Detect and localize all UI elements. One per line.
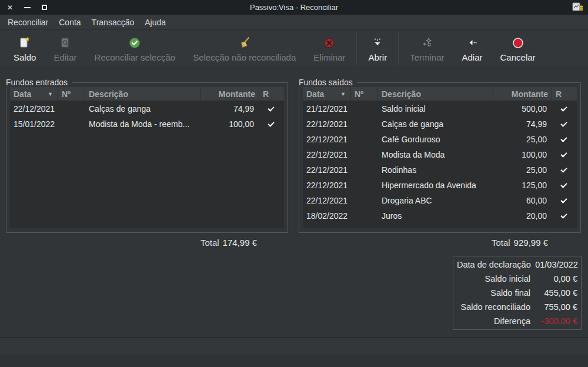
date-cell: 22/12/2021: [303, 150, 351, 159]
desc-cell: Rodinhas: [378, 165, 493, 175]
starting-balance-row: Saldo inicial 0,00 €: [457, 272, 577, 286]
statement-date-value: 01/03/2022: [532, 258, 578, 272]
table-row[interactable]: 22/12/2021 Calças de ganga 74,99: [10, 101, 284, 116]
table-row[interactable]: 15/01/2022 Modista da Moda - reemb... 10…: [10, 116, 284, 132]
ending-balance-value: 455,00 €: [532, 286, 577, 300]
maximize-window-icon[interactable]: [40, 4, 48, 12]
funds-out-table: Data▼ Nº Descrição Montante R 21/12/2021…: [303, 87, 577, 228]
desc-cell: Modista da Moda - reemb...: [85, 119, 201, 129]
date-cell: 22/12/2021: [10, 104, 58, 114]
reconciled-balance-label: Saldo reconciliado: [457, 300, 530, 314]
date-cell: 15/01/2022: [10, 119, 58, 129]
funds-out-frame: Fundos saídos Data▼ Nº Descrição Montant…: [299, 76, 581, 233]
table-row[interactable]: 21/12/2021 Saldo inicial 500,00: [303, 101, 577, 116]
amount-cell: 25,00: [493, 135, 552, 144]
status-bar: [0, 338, 588, 367]
funds-in-header: Data▼ Nº Descrição Montante R: [10, 87, 284, 101]
column-header-amount[interactable]: Montante: [493, 87, 552, 101]
close-window-icon[interactable]: ✕: [6, 4, 14, 12]
difference-row: Diferença -300,00 €: [457, 314, 577, 328]
date-cell: 21/12/2021: [303, 104, 351, 114]
column-header-rec[interactable]: R: [259, 87, 284, 101]
date-cell: 22/12/2021: [303, 165, 351, 175]
funds-out-total-value: 929,99 €: [514, 238, 548, 248]
column-header-date[interactable]: Data▼: [303, 87, 351, 101]
column-header-amount[interactable]: Montante: [201, 87, 259, 101]
balance-button-label: Saldo: [14, 52, 36, 62]
green-check-icon: [128, 36, 142, 50]
date-cell: 22/12/2021: [303, 135, 351, 144]
column-header-num[interactable]: Nº: [58, 87, 85, 101]
postpone-arrow-icon: [465, 36, 479, 50]
open-button[interactable]: Abrir: [359, 32, 396, 66]
delete-button-label: Eliminar: [313, 52, 345, 62]
edit-button-label: Editar: [54, 52, 76, 62]
funds-in-total: Total174,99 €: [6, 238, 257, 249]
column-header-desc[interactable]: Descrição: [378, 87, 493, 101]
amount-cell: 500,00: [493, 104, 552, 114]
table-row[interactable]: 22/12/2021 Modista da Moda 100,00: [303, 147, 577, 162]
funds-in-title: Fundos entrados: [6, 78, 72, 87]
window-controls: ✕: [0, 4, 48, 12]
menu-transaccao[interactable]: Transacção: [86, 16, 140, 29]
funds-out-total: Total929,99 €: [299, 238, 548, 249]
postpone-button[interactable]: Adiar: [453, 32, 491, 66]
amount-cell: 100,00: [201, 119, 259, 129]
amount-cell: 20,00: [493, 211, 552, 221]
table-row[interactable]: 22/12/2021 Café Gorduroso 25,00: [303, 132, 577, 147]
column-header-rec[interactable]: R: [552, 87, 577, 101]
open-arrow-icon: [370, 36, 385, 50]
menu-reconciliar[interactable]: Reconciliar: [2, 16, 54, 29]
amount-cell: 60,00: [493, 196, 552, 205]
menu-conta[interactable]: Conta: [54, 16, 86, 29]
edit-document-icon: [58, 36, 72, 50]
cancel-button[interactable]: Cancelar: [492, 32, 544, 66]
table-row[interactable]: 22/12/2021 Calças de ganga 74,99: [303, 116, 577, 132]
starting-balance-value: 0,00 €: [532, 272, 577, 286]
funds-out-box: Data▼ Nº Descrição Montante R 21/12/2021…: [299, 82, 581, 233]
balance-button[interactable]: Saldo: [5, 32, 45, 66]
new-balance-icon: [18, 36, 32, 50]
table-row[interactable]: 22/12/2021 Hipermercado da Avenida 125,0…: [303, 178, 577, 193]
cancel-button-label: Cancelar: [500, 52, 536, 62]
funds-in-frame: Fundos entrados Data▼ Nº Descrição Monta…: [6, 76, 288, 233]
delete-button: Eliminar: [305, 32, 354, 66]
desc-cell: Café Gorduroso: [378, 135, 493, 144]
column-header-num[interactable]: Nº: [351, 87, 378, 101]
date-cell: 22/12/2021: [303, 119, 351, 129]
toolbar: Saldo Editar Reconciliar selecção S: [0, 30, 588, 68]
reconcile-selection-button: Reconciliar selecção: [86, 32, 185, 66]
table-row[interactable]: 22/12/2021 Drogaria ABC 60,00: [303, 193, 577, 208]
desc-cell: Hipermercado da Avenida: [378, 181, 493, 190]
finish-sparkle-icon: [420, 36, 434, 50]
table-row[interactable]: 18/02/2022 Juros 20,00: [303, 208, 577, 223]
column-header-date[interactable]: Data▼: [10, 87, 58, 101]
desc-cell: Saldo inicial: [378, 104, 493, 114]
funds-in-total-label: Total: [201, 238, 219, 248]
desc-cell: Calças de ganga: [378, 119, 493, 129]
funds-in-total-value: 174,99 €: [223, 238, 257, 248]
date-cell: 22/12/2021: [303, 181, 351, 190]
menu-ajuda[interactable]: Ajuda: [139, 16, 171, 29]
amount-cell: 25,00: [493, 165, 552, 175]
reconcile-window: ✕ Passivo:Visa - Reconciliar Reconciliar…: [0, 0, 588, 367]
toolbar-separator: [398, 32, 399, 65]
table-row[interactable]: 22/12/2021 Rodinhas 25,00: [303, 162, 577, 178]
sort-descending-icon: ▼: [340, 91, 347, 97]
delete-icon: [322, 36, 336, 50]
column-header-desc[interactable]: Descrição: [85, 87, 201, 101]
funds-in-table: Data▼ Nº Descrição Montante R 22/12/2021…: [10, 87, 284, 228]
broom-icon: [238, 36, 252, 50]
funds-out-total-label: Total: [492, 238, 510, 248]
funds-out-title: Fundos saídos: [299, 78, 357, 87]
desc-cell: Calças de ganga: [85, 104, 201, 114]
reconciled-balance-value: 755,00 €: [532, 300, 577, 314]
unreconcile-selection-button: Selecção não reconciliada: [184, 32, 305, 66]
difference-value: -300,00 €: [532, 314, 577, 328]
titlebar: ✕ Passivo:Visa - Reconciliar: [0, 0, 588, 15]
reconcile-summary-panel: Data de declaração 01/03/2022 Saldo inic…: [453, 256, 582, 330]
amount-cell: 74,99: [493, 119, 552, 129]
reconcile-selection-button-label: Reconciliar selecção: [95, 52, 176, 62]
desc-cell: Modista da Moda: [378, 150, 493, 159]
minimize-window-icon[interactable]: [23, 4, 31, 12]
